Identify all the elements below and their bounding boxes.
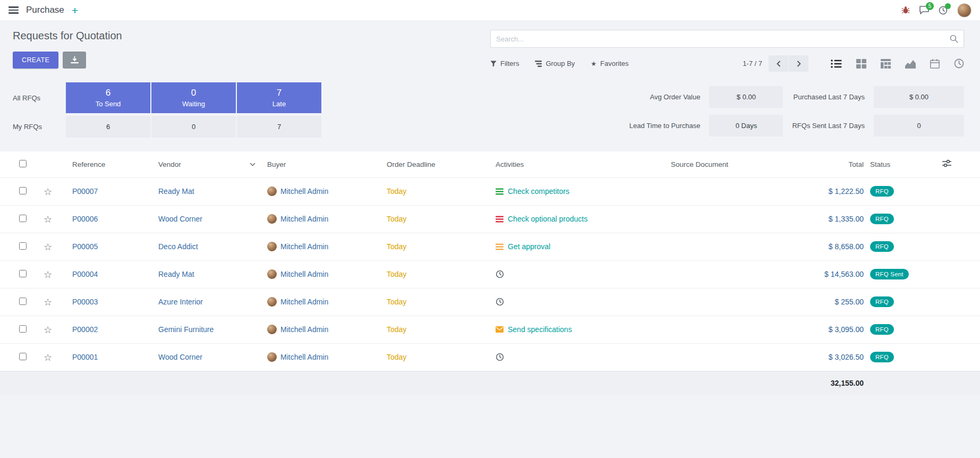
group-by-button[interactable]: Group By xyxy=(535,60,575,67)
messages-icon[interactable]: 5 xyxy=(919,6,929,14)
pager-next-button[interactable] xyxy=(789,55,808,72)
activity-clock-icon xyxy=(496,298,504,306)
control-panel-right: Filters Group By ★ Favorites 1-7 / 7 xyxy=(490,30,964,72)
buyer-link[interactable]: Mitchell Admin xyxy=(280,298,328,306)
search-icon[interactable] xyxy=(944,35,964,43)
activities-clock-icon[interactable] xyxy=(939,6,948,15)
pivot-view-icon[interactable] xyxy=(881,59,891,69)
reference-link[interactable]: P00007 xyxy=(72,187,98,196)
kpi-stats: Avg Order Value $ 0.00 Purchased Last 7 … xyxy=(629,82,964,138)
buyer-link[interactable]: Mitchell Admin xyxy=(280,242,328,251)
col-header-status[interactable]: Status xyxy=(867,151,928,177)
my-waiting-count[interactable]: 0 xyxy=(151,116,236,138)
activity-cell[interactable]: Check optional products xyxy=(496,215,664,223)
group-by-label: Group By xyxy=(546,60,575,67)
activity-cell[interactable]: Get approval xyxy=(496,242,664,251)
pager-previous-button[interactable] xyxy=(769,55,788,72)
debug-bug-icon[interactable] xyxy=(901,6,910,14)
reference-link[interactable]: P00002 xyxy=(72,325,98,334)
row-checkbox[interactable] xyxy=(19,325,27,333)
favorite-star-icon[interactable]: ☆ xyxy=(44,186,52,197)
activity-cell[interactable] xyxy=(496,353,664,361)
activity-cell[interactable] xyxy=(496,270,664,278)
create-button[interactable]: CREATE xyxy=(13,52,58,69)
col-header-total[interactable]: Total xyxy=(798,151,867,177)
vendor-link[interactable]: Deco Addict xyxy=(158,242,198,251)
total-value: $ 255.00 xyxy=(835,298,864,306)
filters-button[interactable]: Filters xyxy=(490,60,519,67)
select-all-checkbox[interactable] xyxy=(19,160,27,167)
export-button[interactable] xyxy=(63,52,86,69)
activity-summary[interactable]: Get approval xyxy=(508,242,550,251)
row-checkbox[interactable] xyxy=(19,298,27,305)
apps-menu-icon[interactable] xyxy=(8,6,19,14)
col-header-order-deadline[interactable]: Order Deadline xyxy=(384,151,492,177)
favorite-star-icon[interactable]: ☆ xyxy=(44,269,52,280)
buyer-link[interactable]: Mitchell Admin xyxy=(280,187,328,196)
vendor-link[interactable]: Gemini Furniture xyxy=(158,325,214,334)
vendor-link[interactable]: Wood Corner xyxy=(158,353,202,361)
user-avatar[interactable] xyxy=(957,3,972,18)
rfq-list-view: Reference Vendor Buyer Order Deadline Ac… xyxy=(0,151,980,395)
favorite-star-icon[interactable]: ☆ xyxy=(44,352,52,363)
vendor-link[interactable]: Wood Corner xyxy=(158,215,202,223)
col-header-reference[interactable]: Reference xyxy=(59,151,155,177)
list-view-icon[interactable] xyxy=(831,59,842,69)
activity-view-icon[interactable] xyxy=(954,58,964,69)
plus-icon[interactable]: + xyxy=(72,5,78,16)
dash-card-waiting[interactable]: 0 Waiting xyxy=(151,82,236,113)
row-checkbox[interactable] xyxy=(19,187,27,194)
vendor-link[interactable]: Ready Mat xyxy=(158,187,194,196)
col-header-activities[interactable]: Activities xyxy=(492,151,668,177)
reference-link[interactable]: P00006 xyxy=(72,215,98,223)
row-checkbox[interactable] xyxy=(19,215,27,222)
favorite-star-icon[interactable]: ☆ xyxy=(44,214,52,225)
row-checkbox[interactable] xyxy=(19,353,27,360)
row-checkbox[interactable] xyxy=(19,242,27,250)
buyer-avatar xyxy=(267,297,277,307)
dash-card-to-send[interactable]: 6 To Send xyxy=(66,82,150,113)
reference-link[interactable]: P00005 xyxy=(72,242,98,251)
buyer-link[interactable]: Mitchell Admin xyxy=(280,325,328,334)
vendor-link[interactable]: Azure Interior xyxy=(158,298,203,306)
rfq-status-cards: All RFQs 6 To Send 0 Waiting 7 Late My R… xyxy=(13,82,321,138)
table-row[interactable]: ☆ P00005 Deco Addict Mitchell Admin Toda… xyxy=(0,233,980,260)
activity-summary[interactable]: Check optional products xyxy=(508,215,587,223)
activity-summary[interactable]: Send specifications xyxy=(508,325,572,334)
col-header-buyer[interactable]: Buyer xyxy=(264,151,384,177)
vendor-link[interactable]: Ready Mat xyxy=(158,270,194,278)
my-late-count[interactable]: 7 xyxy=(237,116,321,138)
col-header-source-document[interactable]: Source Document xyxy=(668,151,798,177)
search-input[interactable] xyxy=(491,30,944,47)
table-row[interactable]: ☆ P00001 Wood Corner Mitchell Admin Toda… xyxy=(0,343,980,371)
optional-columns-button[interactable] xyxy=(928,151,980,177)
kanban-view-icon[interactable] xyxy=(856,59,866,69)
table-row[interactable]: ☆ P00004 Ready Mat Mitchell Admin Today … xyxy=(0,260,980,288)
favorite-star-icon[interactable]: ☆ xyxy=(44,324,52,335)
table-row[interactable]: ☆ P00002 Gemini Furniture Mitchell Admin… xyxy=(0,316,980,343)
calendar-view-icon[interactable] xyxy=(930,59,940,69)
status-header-label: Status xyxy=(870,160,890,168)
reference-link[interactable]: P00004 xyxy=(72,270,98,278)
activity-cell[interactable]: Check competitors xyxy=(496,187,664,196)
reference-link[interactable]: P00003 xyxy=(72,298,98,306)
table-row[interactable]: ☆ P00007 Ready Mat Mitchell Admin Today … xyxy=(0,177,980,205)
dash-card-late[interactable]: 7 Late xyxy=(237,82,321,113)
my-to-send-count[interactable]: 6 xyxy=(66,116,150,138)
table-row[interactable]: ☆ P00003 Azure Interior Mitchell Admin T… xyxy=(0,288,980,316)
col-header-vendor[interactable]: Vendor xyxy=(155,151,264,177)
reference-link[interactable]: P00001 xyxy=(72,353,98,361)
activity-cell[interactable] xyxy=(496,298,664,306)
activity-cell[interactable]: Send specifications xyxy=(496,325,664,334)
app-name-menu[interactable]: Purchase xyxy=(26,5,64,15)
row-checkbox[interactable] xyxy=(19,270,27,277)
buyer-link[interactable]: Mitchell Admin xyxy=(280,270,328,278)
buyer-link[interactable]: Mitchell Admin xyxy=(280,215,328,223)
graph-view-icon[interactable] xyxy=(905,59,916,69)
table-row[interactable]: ☆ P00006 Wood Corner Mitchell Admin Toda… xyxy=(0,205,980,233)
buyer-link[interactable]: Mitchell Admin xyxy=(280,353,328,361)
favorites-button[interactable]: ★ Favorites xyxy=(591,60,628,67)
favorite-star-icon[interactable]: ☆ xyxy=(44,241,52,252)
favorite-star-icon[interactable]: ☆ xyxy=(44,296,52,308)
activity-summary[interactable]: Check competitors xyxy=(508,187,569,196)
